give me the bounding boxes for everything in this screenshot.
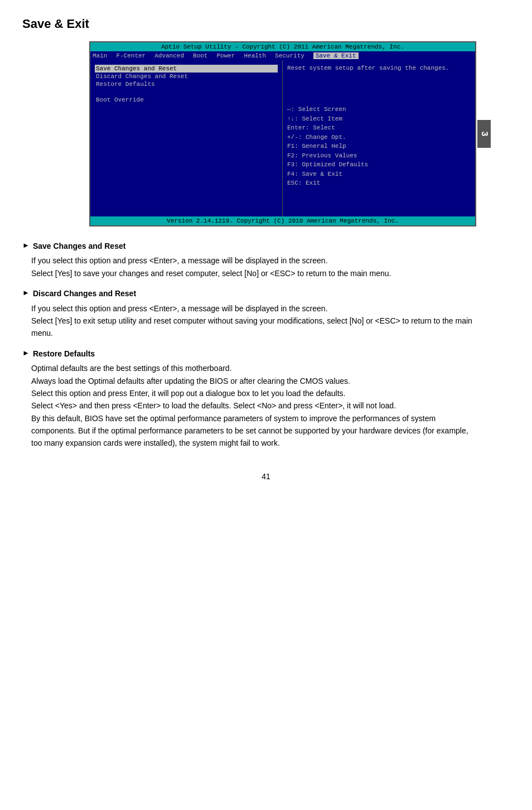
restore-para-4: Select <Yes> and then press <Enter> to l… bbox=[31, 399, 476, 412]
help-key-select-item: ↑↓: Select Item bbox=[287, 114, 471, 124]
bios-topbar: Aptio Setup Utility - Copyright (C) 2011… bbox=[90, 42, 475, 51]
bios-bottombar: Version 2.14.1219. Copyright (C) 2010 Am… bbox=[90, 216, 475, 225]
restore-para-2: Always load the Optimal defaults after u… bbox=[31, 375, 476, 387]
bios-menubar: Main F-Center Advanced Boot Power Health… bbox=[90, 51, 475, 60]
page-number: 41 bbox=[22, 472, 510, 481]
bios-left-panel: Save Changes and Reset Discard Changes a… bbox=[90, 60, 283, 216]
help-key-select-screen: ↔: Select Screen bbox=[287, 105, 471, 114]
option-restore-defaults: Restore Defaults bbox=[95, 80, 278, 88]
help-key-f4: F4: Save & Exit bbox=[287, 170, 471, 179]
section-title-restore: Restore Defaults bbox=[33, 348, 95, 360]
help-key-enter: Enter: Select bbox=[287, 123, 471, 133]
help-key-f2: F2: Previous Values bbox=[287, 151, 471, 161]
section-body-save: If you select this option and press <Ent… bbox=[31, 254, 476, 279]
bios-help-keys: ↔: Select Screen ↑↓: Select Item Enter: … bbox=[287, 105, 471, 188]
option-save-changes-reset: Save Changes and Reset bbox=[95, 65, 278, 73]
content-sections: ► Save Changes and Reset If you select t… bbox=[22, 240, 476, 450]
menu-security: Security bbox=[275, 52, 304, 59]
section-header-restore: ► Restore Defaults bbox=[22, 348, 476, 360]
section-title-save: Save Changes and Reset bbox=[33, 240, 126, 252]
restore-para-3: Select this option and press Enter, it w… bbox=[31, 387, 476, 399]
save-para-1: If you select this option and press <Ent… bbox=[31, 254, 476, 267]
help-key-esc: ESC: Exit bbox=[287, 179, 471, 188]
arrow-icon-save: ► bbox=[22, 240, 30, 252]
menu-health: Health bbox=[244, 52, 266, 59]
restore-para-5: By this default, BIOS have set the optim… bbox=[31, 412, 476, 450]
bios-description: Reset system setup after saving the chan… bbox=[287, 65, 471, 71]
section-body-discard: If you select this option and press <Ent… bbox=[31, 302, 476, 340]
discard-para-1: If you select this option and press <Ent… bbox=[31, 302, 476, 315]
arrow-icon-discard: ► bbox=[22, 287, 30, 299]
section-header-save: ► Save Changes and Reset bbox=[22, 240, 476, 252]
section-title-discard: Discard Changes and Reset bbox=[33, 287, 136, 300]
bios-screenshot: Aptio Setup Utility - Copyright (C) 2011… bbox=[89, 41, 476, 226]
page-title: Save & Exit bbox=[22, 17, 510, 31]
help-key-f3: F3: Optimized Defaults bbox=[287, 160, 471, 170]
restore-para-1: Optimal defaults are the best settings o… bbox=[31, 362, 476, 374]
section-body-restore: Optimal defaults are the best settings o… bbox=[31, 362, 476, 450]
help-key-f1: F1: General Help bbox=[287, 142, 471, 151]
arrow-icon-restore: ► bbox=[22, 348, 30, 359]
save-para-2: Select [Yes] to save your changes and re… bbox=[31, 267, 476, 279]
help-key-change-opt: +/-: Change Opt. bbox=[287, 133, 471, 142]
bios-right-panel: Reset system setup after saving the chan… bbox=[283, 60, 475, 216]
discard-para-2: Select [Yes] to exit setup utility and r… bbox=[31, 315, 476, 340]
menu-main: Main bbox=[93, 52, 107, 59]
menu-boot: Boot bbox=[193, 52, 207, 59]
chapter-tab: 3 bbox=[477, 120, 491, 148]
option-boot-override: Boot Override bbox=[95, 96, 278, 104]
option-discard-changes-reset: Discard Changes and Reset bbox=[95, 73, 278, 80]
section-header-discard: ► Discard Changes and Reset bbox=[22, 287, 476, 300]
menu-advanced: Advanced bbox=[154, 52, 184, 59]
menu-save-exit: Save & Exit bbox=[313, 52, 359, 59]
bios-main-content: Save Changes and Reset Discard Changes a… bbox=[90, 60, 475, 216]
option-blank bbox=[95, 88, 278, 96]
menu-power: Power bbox=[216, 52, 235, 59]
menu-fcenter: F-Center bbox=[116, 52, 146, 59]
